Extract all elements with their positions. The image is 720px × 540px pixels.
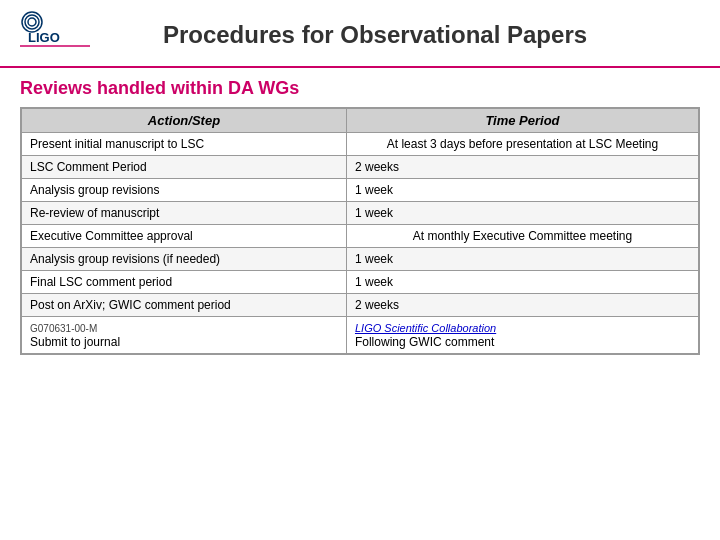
page: LIGO Procedures for Observational Papers… xyxy=(0,0,720,540)
table-row: Post on ArXiv; GWIC comment period 2 wee… xyxy=(22,294,699,317)
procedures-table: Action/Step Time Period Present initial … xyxy=(21,108,699,354)
time-cell: 1 week xyxy=(346,271,698,294)
action-cell: G070631-00-M Submit to journal xyxy=(22,317,347,354)
svg-point-1 xyxy=(25,15,39,29)
doc-number: G070631-00-M xyxy=(30,323,97,334)
svg-point-0 xyxy=(28,18,36,26)
table-row: G070631-00-M Submit to journal LIGO Scie… xyxy=(22,317,699,354)
table-row: Executive Committee approval At monthly … xyxy=(22,225,699,248)
action-cell: Final LSC comment period xyxy=(22,271,347,294)
page-title: Procedures for Observational Papers xyxy=(120,21,700,49)
col-header-time: Time Period xyxy=(346,109,698,133)
section-title: Reviews handled within DA WGs xyxy=(20,78,700,99)
time-cell: LIGO Scientific Collaboration Following … xyxy=(346,317,698,354)
action-cell: Post on ArXiv; GWIC comment period xyxy=(22,294,347,317)
time-cell: 1 week xyxy=(346,248,698,271)
action-cell: Present initial manuscript to LSC xyxy=(22,133,347,156)
col-header-action: Action/Step xyxy=(22,109,347,133)
time-cell: 2 weeks xyxy=(346,156,698,179)
action-cell: Analysis group revisions xyxy=(22,179,347,202)
time-cell: 1 week xyxy=(346,179,698,202)
ligo-link[interactable]: LIGO Scientific Collaboration xyxy=(355,322,496,334)
time-cell: At monthly Executive Committee meeting xyxy=(346,225,698,248)
logo-area: LIGO xyxy=(20,10,90,60)
table-row: LSC Comment Period 2 weeks xyxy=(22,156,699,179)
action-cell: Analysis group revisions (if needed) xyxy=(22,248,347,271)
action-cell: LSC Comment Period xyxy=(22,156,347,179)
time-cell: 1 week xyxy=(346,202,698,225)
table-container: Action/Step Time Period Present initial … xyxy=(20,107,700,355)
action-cell: Executive Committee approval xyxy=(22,225,347,248)
table-row: Analysis group revisions 1 week xyxy=(22,179,699,202)
action-cell: Re-review of manuscript xyxy=(22,202,347,225)
header: LIGO Procedures for Observational Papers xyxy=(0,0,720,68)
ligo-logo: LIGO xyxy=(20,10,90,60)
svg-text:LIGO: LIGO xyxy=(28,30,60,45)
table-row: Analysis group revisions (if needed) 1 w… xyxy=(22,248,699,271)
table-row: Present initial manuscript to LSC At lea… xyxy=(22,133,699,156)
time-cell: 2 weeks xyxy=(346,294,698,317)
time-cell: At least 3 days before presentation at L… xyxy=(346,133,698,156)
table-row: Final LSC comment period 1 week xyxy=(22,271,699,294)
table-row: Re-review of manuscript 1 week xyxy=(22,202,699,225)
table-header-row: Action/Step Time Period xyxy=(22,109,699,133)
